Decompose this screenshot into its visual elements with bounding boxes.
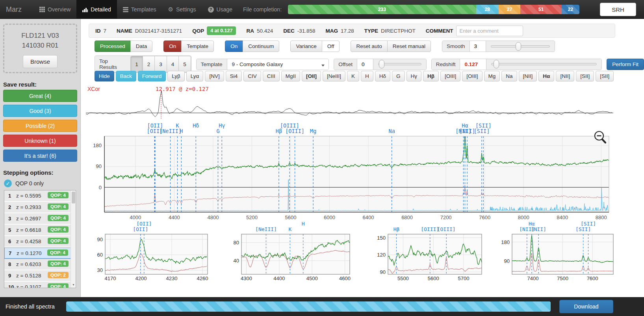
result-row-6[interactable]: 6z = 0.4258QOP: 4 [4, 236, 71, 248]
hide-button[interactable]: Hide [95, 71, 114, 81]
toggle-on[interactable]: On [163, 41, 182, 52]
redshift-slider[interactable] [491, 60, 597, 68]
smooth-slider-handle[interactable] [516, 42, 521, 51]
detail-plot-oii[interactable]: [OII][OII]9060304170420042304260 [91, 220, 213, 284]
user-button[interactable]: SRH [600, 3, 636, 16]
line-button-hγ[interactable]: Hγ [406, 71, 422, 81]
reset-auto-button[interactable]: Reset auto [351, 41, 387, 52]
top-result-button-2[interactable]: 2 [143, 56, 155, 72]
line-button-sii[interactable]: [SII] [576, 71, 594, 81]
line-button-nii[interactable]: [NII] [519, 71, 537, 81]
svg-text:[NII]: [NII] [531, 226, 546, 232]
line-button-hα[interactable]: Hα [538, 71, 554, 81]
result-row-10[interactable]: 10z = 0.3107QOP: 4 [4, 282, 71, 288]
reset-manual-button[interactable]: Reset manual [387, 41, 431, 52]
svg-text:4300: 4300 [241, 275, 252, 281]
svg-text:[OII]: [OII] [133, 226, 148, 232]
line-button-neiii[interactable]: [NeIII] [323, 71, 345, 81]
line-button-oii[interactable]: [OII] [302, 71, 321, 81]
scrollbar-down-icon[interactable]: ▼ [71, 282, 76, 288]
offset-label: Offset [334, 59, 357, 70]
top-result-button-3[interactable]: 3 [154, 56, 167, 72]
detail-plot-halpha-sii[interactable]: Hα[NII][NII][SII][SII]18090740075007600 [494, 220, 618, 284]
offset-slider-handle[interactable] [379, 60, 384, 68]
forward-button[interactable]: Forward [138, 71, 166, 81]
top-result-button-1[interactable]: 1 [130, 56, 143, 72]
toggle-data[interactable]: Data [130, 41, 153, 52]
line-button-sii[interactable]: [SII] [596, 71, 614, 81]
results-scrollbar[interactable]: ▼ [71, 190, 76, 288]
result-row-5[interactable]: 5z = 0.6618QOP: 4 [4, 225, 71, 236]
line-button-g[interactable]: G [392, 71, 405, 81]
line-button-lyα[interactable]: Lyα [186, 71, 204, 81]
top-result-button-4[interactable]: 4 [167, 56, 179, 72]
app-brand[interactable]: Marz [6, 0, 22, 19]
nav-tab-overview[interactable]: Overview [33, 0, 76, 19]
line-button-mgii[interactable]: MgII [281, 71, 300, 81]
toggle-off[interactable]: Off [322, 41, 340, 52]
header-field-name: NAMED0321417-3151271 [117, 28, 182, 34]
redshift-input[interactable]: 0.127 [460, 59, 486, 70]
svg-text:7200: 7200 [440, 214, 452, 220]
result-row-2[interactable]: 2z = 0.2933QOP: 4 [4, 202, 71, 213]
toggle-processed[interactable]: Processed [95, 41, 131, 52]
header-field-type: TYPEDIRECTPHOT [364, 28, 416, 34]
qop0-only-checkbox[interactable]: ✓ QOP 0 only [4, 179, 44, 187]
save-button-its[interactable]: It's a star! (6) [3, 150, 77, 162]
detail-plot-hbeta-oiii[interactable]: Hβ[OIII][OIII]15012090550056005700 [370, 220, 486, 284]
line-button-civ[interactable]: CIV [243, 71, 261, 81]
line-button-k[interactable]: K [347, 71, 359, 81]
header-field-ra: RA50.424 [246, 28, 273, 34]
top-result-button-5[interactable]: 5 [178, 56, 191, 72]
line-button-lyβ[interactable]: Lyβ [167, 71, 185, 81]
main-spectrum-plot[interactable]: [OII][OII][NeIII]KHHδGHγHβ[OIII][OIII]Mg… [87, 120, 614, 223]
smooth-slider[interactable] [491, 42, 550, 51]
result-row-9[interactable]: 9z = 0.5128QOP: 2 [4, 270, 71, 282]
line-button-h[interactable]: H [361, 71, 373, 81]
save-button-good[interactable]: Good (3) [3, 105, 77, 117]
offset-slider[interactable] [378, 60, 421, 68]
toggle-variance[interactable]: Variance [290, 41, 322, 52]
detail-plot-kh[interactable]: H[NeIII]K80404300440045004600 [226, 220, 354, 284]
smooth-input[interactable]: 3 [470, 41, 486, 52]
line-button-oiii[interactable]: [OIII] [462, 71, 482, 81]
comment-input[interactable] [456, 26, 523, 36]
result-row-1[interactable]: 1z = 0.5595QOP: 4 [4, 190, 71, 202]
line-button-ciii[interactable]: CIII [263, 71, 280, 81]
field-label: RA [246, 28, 254, 34]
perform-fit-button[interactable]: Perform Fit [607, 59, 644, 70]
svg-text:Hβ: Hβ [276, 128, 282, 134]
zoom-out-icon[interactable] [593, 130, 607, 144]
line-button-nv[interactable]: [NV] [205, 71, 224, 81]
toggle-on[interactable]: On [225, 41, 243, 52]
line-button-nii[interactable]: [NII] [556, 71, 574, 81]
result-row-3[interactable]: 3z = 0.2697QOP: 4 [4, 213, 71, 225]
offset-input[interactable]: 0 [357, 59, 373, 70]
toggle-template[interactable]: Template [181, 41, 214, 52]
result-row-8[interactable]: 8z = 0.6203QOP: 4 [4, 259, 71, 270]
scrollbar-thumb[interactable] [72, 192, 75, 203]
save-button-great[interactable]: Great (4) [3, 90, 77, 102]
line-button-hδ[interactable]: Hδ [375, 71, 390, 81]
toggle-continuum[interactable]: Continuum [243, 41, 279, 52]
line-button-mg[interactable]: Mg [484, 71, 500, 81]
xcor-plot[interactable] [86, 88, 613, 122]
line-button-si4[interactable]: Si4 [226, 71, 242, 81]
nav-tab-templates[interactable]: Templates [117, 0, 162, 19]
template-select[interactable]: 9 - Composite Galaxy [227, 59, 329, 70]
line-button-oiii[interactable]: [OIII] [440, 71, 460, 81]
nav-tab-settings[interactable]: ⚙Settings [162, 0, 202, 19]
nav-tab-detailed[interactable]: Detailed [76, 0, 117, 19]
line-button-na[interactable]: Na [501, 71, 517, 81]
browse-button[interactable]: Browse [23, 55, 58, 68]
svg-text:6800: 6800 [401, 214, 413, 220]
download-button[interactable]: Download [559, 300, 613, 313]
svg-text:90: 90 [97, 237, 103, 242]
redshift-slider-handle[interactable] [494, 60, 499, 68]
result-row-7[interactable]: 7z = 0.1270QOP: 4 [4, 248, 71, 259]
nav-tab-usage[interactable]: ?Usage [202, 0, 238, 19]
save-button-unknown[interactable]: Unknown (1) [3, 135, 77, 147]
save-button-possible[interactable]: Possible (2) [3, 120, 77, 132]
back-button[interactable]: Back [116, 71, 136, 81]
line-button-hβ[interactable]: Hβ [423, 71, 439, 81]
